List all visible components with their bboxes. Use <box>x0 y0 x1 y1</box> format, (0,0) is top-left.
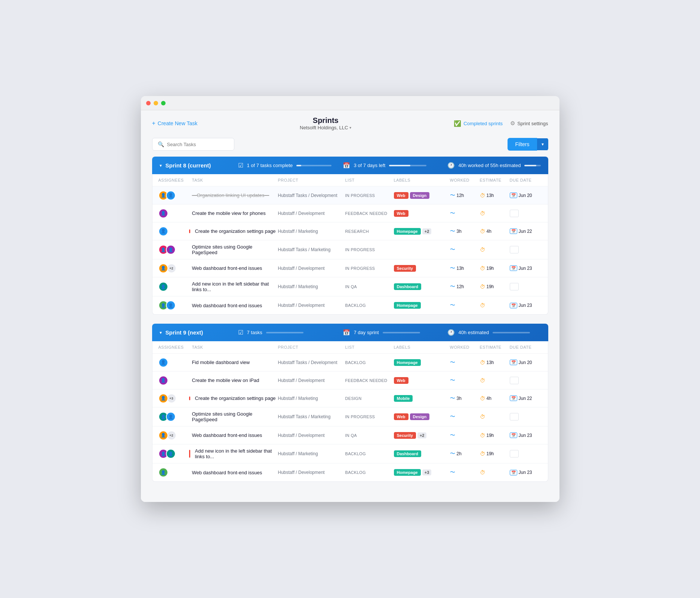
estimate-cell: ⏱19h <box>480 451 510 457</box>
filters-dropdown-arrow[interactable]: ▾ <box>537 138 548 150</box>
task-name[interactable]: Create the organization settings page <box>192 395 278 401</box>
clock-icon: ⏱ <box>480 432 485 438</box>
task-name[interactable]: Create the mobile view on iPad <box>192 377 278 383</box>
filters-label[interactable]: Filters <box>508 138 537 151</box>
sprint9-header: ▾ Sprint 9 (next) ☑ 7 tasks 📅 7 day spri… <box>152 324 548 341</box>
label-badge: Web <box>394 377 408 384</box>
due-cell: 📅Jun 22 <box>510 395 543 401</box>
search-input[interactable] <box>167 142 229 147</box>
tasks-complete-icon: ☑ <box>238 162 243 169</box>
worked-cell: 〜3h <box>450 395 480 402</box>
task-name[interactable]: Create the mobile view for phones <box>192 210 278 216</box>
completed-sprints-button[interactable]: ✅ Completed sprints <box>454 120 503 127</box>
task-name[interactable]: Add new icon in the left sidebar that li… <box>192 281 278 292</box>
worked-cell: 〜12h <box>450 192 480 199</box>
cal-icon: 📅 <box>510 360 517 365</box>
wave-icon: 〜 <box>450 377 455 384</box>
avatar: 👤 <box>158 394 168 403</box>
worked-cell: 〜 <box>450 432 480 439</box>
avatar-count: +2 <box>167 264 176 272</box>
task-name[interactable]: Web dashboard front-end issues <box>192 470 278 475</box>
label-badge: Web <box>394 192 408 199</box>
page-title: Sprints <box>300 116 351 125</box>
sprint8-stat2-fill <box>389 165 410 166</box>
task-name[interactable]: Optimize sites using Google PageSpeed <box>192 411 278 422</box>
clock-icon: ⏱ <box>480 210 485 216</box>
close-button[interactable] <box>146 101 151 105</box>
wave-icon: 〜 <box>450 265 455 272</box>
table-row: 👤 Fid mobile dashboard view Hubstaff Tas… <box>152 354 548 372</box>
cal-icon: 📅 <box>510 228 517 234</box>
col-project: Project <box>278 345 345 349</box>
sprint9-stat1: ☑ 7 tasks <box>238 329 332 336</box>
sprint8-name: Sprint 8 (current) <box>166 162 211 169</box>
task-name[interactable]: Create the organization settings page <box>192 228 278 234</box>
assignees-cell: 👤 <box>158 358 192 367</box>
assignees-cell: 👤 <box>158 226 192 236</box>
create-new-task-button[interactable]: + Create New Task <box>152 120 198 127</box>
sprint9-stat2: 📅 7 day sprint <box>343 329 436 336</box>
estimate-cell: ⏱ <box>480 414 510 420</box>
assignees-cell: 👤 +2 <box>158 263 192 273</box>
search-box[interactable]: 🔍 <box>152 138 234 151</box>
sprint9-stat1-bar <box>266 332 303 333</box>
sprint8-table: Assignees Task Project List Labels Worke… <box>152 174 548 315</box>
clock-icon: ⏱ <box>480 247 485 253</box>
clock-icon: ⏱ <box>480 284 485 290</box>
label-badge: Security <box>394 265 416 272</box>
sprint9-stat2-text: 7 day sprint <box>354 330 379 335</box>
assignees-cell: 👤 +2 <box>158 431 192 440</box>
label-badge: Dashboard <box>394 283 421 290</box>
due-cell: 📅Jun 22 <box>510 228 543 234</box>
org-selector[interactable]: Netsolft Holdings, LLC ▾ <box>300 125 351 130</box>
sprint-settings-button[interactable]: ⚙ Sprint settings <box>510 120 548 127</box>
task-name[interactable]: —Organization linking UI updates— <box>192 192 278 198</box>
red-priority-bar <box>189 396 190 400</box>
task-name[interactable]: Add new icon in the left sidebar that li… <box>192 448 278 459</box>
wave-icon: 〜 <box>450 359 455 366</box>
due-cell <box>510 377 543 384</box>
avatar: 👤 <box>158 209 168 218</box>
org-name: Netsolft Holdings, LLC <box>300 125 348 130</box>
worked-cell: 〜 <box>450 210 480 217</box>
table-row: 👤 Create the organization settings page … <box>152 222 548 240</box>
labels-cell: Web <box>394 210 450 217</box>
task-name[interactable]: Web dashboard front-end issues <box>192 303 278 308</box>
worked-cell: 〜 <box>450 469 480 476</box>
traffic-lights <box>146 101 166 105</box>
cal-icon: 📅 <box>510 395 517 401</box>
clock-icon: ⏱ <box>480 360 485 366</box>
list-cell: IN QA <box>345 433 394 438</box>
filters-button[interactable]: Filters ▾ <box>508 138 548 151</box>
header-center: Sprints Netsolft Holdings, LLC ▾ <box>300 116 351 130</box>
task-name[interactable]: Optimize sites using Google PageSpeed <box>192 244 278 255</box>
sprint9-title-group: ▾ Sprint 9 (next) <box>160 329 227 336</box>
search-icon: 🔍 <box>158 141 164 147</box>
due-cell: 📅Jun 20 <box>510 192 543 198</box>
cal-icon: 📅 <box>510 192 517 198</box>
maximize-button[interactable] <box>161 101 166 105</box>
sprint8-title-group: ▾ Sprint 8 (current) <box>160 162 227 169</box>
col-worked: Worked <box>450 178 480 182</box>
calendar-icon: 📅 <box>343 162 350 169</box>
task-name[interactable]: Fid mobile dashboard view <box>192 360 278 365</box>
task-name[interactable]: Web dashboard front-end issues <box>192 265 278 271</box>
chevron-down-icon: ▾ <box>349 126 351 130</box>
label-badge: Homepage <box>394 302 421 309</box>
project-cell: Hubstaff Tasks / Development <box>278 360 345 365</box>
sprint8-chevron[interactable]: ▾ <box>160 163 162 168</box>
cal-icon: 📅 <box>510 432 517 438</box>
col-task: Task <box>192 345 278 349</box>
task-name[interactable]: Web dashboard front-end issues <box>192 432 278 438</box>
labels-cell: Web <box>394 377 450 384</box>
list-cell: BACKLOG <box>345 451 394 456</box>
minimize-button[interactable] <box>154 101 158 105</box>
table-row: 👤 +3 Create the organization settings pa… <box>152 389 548 407</box>
sprint9-chevron[interactable]: ▾ <box>160 330 162 335</box>
due-cell <box>510 283 543 290</box>
empty-due-box <box>510 246 519 253</box>
clock-icon: ⏱ <box>480 377 485 383</box>
sprint8-stat2-text: 3 of 7 days left <box>354 163 386 168</box>
clock-icon: ⏱ <box>480 451 485 457</box>
col-worked: Worked <box>450 345 480 349</box>
